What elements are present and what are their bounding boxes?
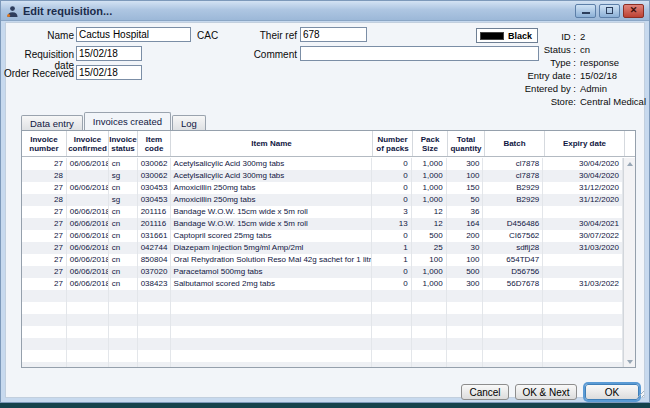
table-cell [483, 338, 543, 350]
table-cell: 030453 [138, 194, 171, 206]
table-cell: 31/03/2020 [543, 242, 623, 254]
table-cell: 030062 [138, 170, 171, 182]
table-cell [543, 350, 623, 362]
table-cell: 27 [22, 230, 67, 242]
table-cell [109, 326, 138, 338]
table-row [22, 362, 623, 368]
table-row [22, 350, 623, 362]
table-cell [67, 326, 109, 338]
table-cell [447, 362, 484, 368]
minimize-button[interactable] [575, 4, 596, 18]
table-cell: 31/12/2020 [543, 194, 623, 206]
scroll-down-icon[interactable] [624, 356, 635, 367]
table-cell [372, 326, 412, 338]
table-cell: 25 [412, 242, 447, 254]
table-cell [109, 314, 138, 326]
table-row [22, 302, 623, 314]
cancel-button[interactable]: Cancel [461, 384, 509, 400]
table-cell: 030453 [138, 182, 171, 194]
column-header[interactable]: Invoicestatus [109, 131, 138, 156]
name-input[interactable] [76, 27, 191, 42]
table-row[interactable]: 2706/06/2018cn850804Oral Rehydration Sol… [22, 254, 623, 266]
table-cell [412, 362, 447, 368]
detail-label: Store: [491, 96, 576, 107]
close-button[interactable]: ✕ [623, 4, 644, 18]
table-cell [109, 350, 138, 362]
table-cell: 0 [372, 230, 412, 242]
table-cell: 1,000 [412, 170, 447, 182]
table-cell [447, 314, 484, 326]
table-cell [138, 338, 171, 350]
table-cell [447, 326, 484, 338]
table-cell: Bandage W.O.W. 15cm wide x 5m roll [171, 218, 372, 230]
table-cell: 100 [447, 254, 484, 266]
table-row[interactable]: 2706/06/2018cn042744Diazepam Injection 5… [22, 242, 623, 254]
table-cell [372, 302, 412, 314]
table-cell [412, 338, 447, 350]
column-header[interactable]: Itemcode [138, 131, 171, 156]
table-row[interactable]: 2706/06/2018cn030062Acetylsalicylic Acid… [22, 158, 623, 170]
table-cell: cn [109, 182, 138, 194]
close-icon: ✕ [630, 6, 638, 15]
their-ref-input[interactable] [300, 27, 367, 42]
order-received-input[interactable] [76, 65, 142, 80]
table-cell [412, 326, 447, 338]
table-cell [171, 302, 372, 314]
table-cell [22, 362, 67, 368]
column-header[interactable]: Expiry date [545, 131, 625, 156]
table-cell: 27 [22, 266, 67, 278]
table-cell [447, 338, 484, 350]
table-cell: Captopril scored 25mg tabs [171, 230, 372, 242]
table-row[interactable]: 28sg030062Acetylsalicylic Acid 300mg tab… [22, 170, 623, 182]
table-cell [109, 362, 138, 368]
table-row[interactable]: 2706/06/2018cn038423Salbutamol scored 2m… [22, 278, 623, 290]
detail-value: cn [580, 44, 650, 55]
table-cell: 27 [22, 182, 67, 194]
column-header[interactable]: Totalquantity [448, 131, 485, 156]
table-cell [543, 362, 623, 368]
table-cell: 850804 [138, 254, 171, 266]
tab-data-entry[interactable]: Data entry [21, 115, 83, 130]
column-header[interactable]: Invoicenumber [22, 131, 67, 156]
table-row[interactable]: 2706/06/2018cn201116Bandage W.O.W. 15cm … [22, 206, 623, 218]
maximize-button[interactable] [599, 4, 620, 18]
column-header[interactable]: Item Name [171, 131, 373, 156]
column-header[interactable]: Pack Size [413, 131, 448, 156]
table-cell [138, 302, 171, 314]
scroll-up-icon[interactable] [624, 158, 635, 169]
column-header[interactable]: Numberof packs [373, 131, 413, 156]
window-title: Edit requisition... [23, 5, 112, 17]
table-cell: 0 [372, 194, 412, 206]
table-row[interactable]: 28sg030453Amoxicillin 250mg tabs01,00050… [22, 194, 623, 206]
table-cell [412, 314, 447, 326]
ok-button[interactable]: OK [585, 384, 639, 400]
table-cell: 0 [372, 278, 412, 290]
table-row[interactable]: 2706/06/2018cn037020Paracetamol 500mg ta… [22, 266, 623, 278]
table-cell [138, 350, 171, 362]
table-cell: D456486 [483, 218, 543, 230]
table-cell [543, 326, 623, 338]
table-cell [483, 302, 543, 314]
vertical-scrollbar[interactable] [623, 158, 635, 367]
tab-log[interactable]: Log [172, 115, 206, 130]
table-row[interactable]: 2706/06/2018cn031661Captopril scored 25m… [22, 230, 623, 242]
table-cell: 300 [447, 158, 484, 170]
requisition-date-input[interactable] [76, 46, 142, 61]
column-header[interactable]: Batch [485, 131, 545, 156]
tab-invoices-created[interactable]: Invoices created [84, 112, 171, 130]
table-cell: 27 [22, 218, 67, 230]
table-cell [171, 338, 372, 350]
column-header[interactable]: Invoiceconfirmed [67, 131, 109, 156]
table-cell [67, 170, 109, 182]
detail-label: Status : [491, 44, 576, 55]
minimize-icon [582, 12, 590, 14]
table-cell [138, 362, 171, 368]
table-cell [483, 206, 543, 218]
window-titlebar[interactable]: Edit requisition... ✕ [1, 1, 649, 21]
table-row[interactable]: 2706/06/2018cn030453Amoxicillin 250mg ta… [22, 182, 623, 194]
table-row[interactable]: 2706/06/2018cn201116Bandage W.O.W. 15cm … [22, 218, 623, 230]
table-cell [109, 290, 138, 302]
ok-and-next-button[interactable]: OK & Next [515, 384, 577, 400]
table-cell: D56756 [483, 266, 543, 278]
table-row [22, 326, 623, 338]
